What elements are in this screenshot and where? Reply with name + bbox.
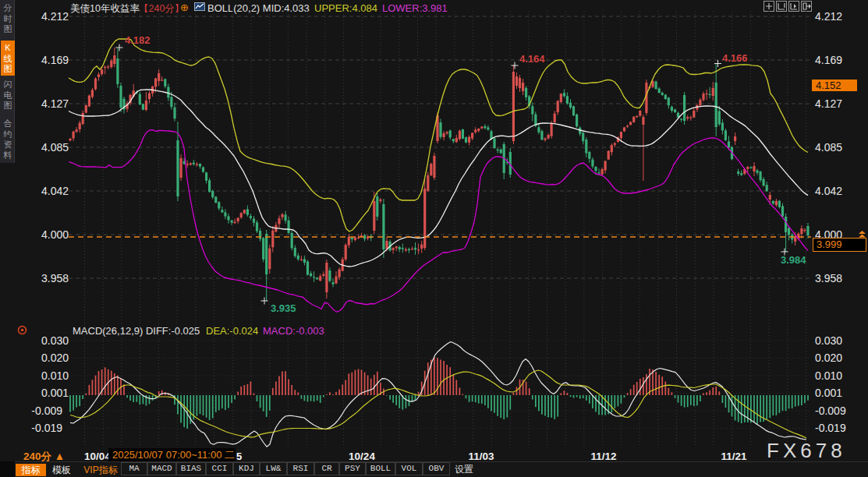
svg-text:3.984: 3.984 — [781, 254, 806, 266]
svg-text:4.182: 4.182 — [125, 34, 151, 46]
svg-text:3.935: 3.935 — [271, 302, 296, 314]
svg-text:4.164: 4.164 — [519, 53, 545, 65]
svg-text:4.166: 4.166 — [722, 52, 748, 64]
